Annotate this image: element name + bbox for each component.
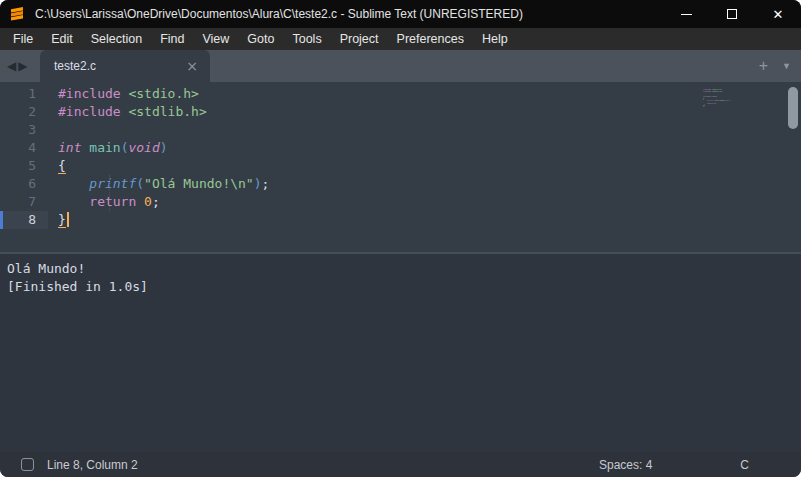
menu-item-find[interactable]: Find [151, 28, 193, 50]
menu-item-preferences[interactable]: Preferences [388, 28, 473, 50]
close-icon: ✕ [773, 8, 784, 21]
status-bar: Line 8, Column 2 Spaces: 4 C [0, 452, 801, 477]
output-line: [Finished in 1.0s] [7, 278, 801, 296]
menu-item-goto[interactable]: Goto [238, 28, 283, 50]
tab-nav-forward-icon[interactable]: ▶ [18, 60, 27, 72]
line-number: 6 [0, 175, 48, 193]
line-number: 2 [0, 103, 48, 121]
tab-nav-back-icon[interactable]: ◀ [7, 60, 16, 72]
code-line[interactable]: { [58, 157, 801, 175]
line-number: 1 [0, 85, 48, 103]
menu-item-edit[interactable]: Edit [42, 28, 82, 50]
syntax-indicator[interactable]: C [740, 458, 749, 472]
menu-item-help[interactable]: Help [473, 28, 517, 50]
build-output-panel[interactable]: Olá Mundo! [Finished in 1.0s] [0, 254, 801, 452]
maximize-button[interactable] [709, 0, 755, 28]
code-line[interactable]: int main(void) [58, 139, 801, 157]
minimap[interactable]: #include <stdio.h>#include <stdlib.h>int… [703, 88, 739, 248]
tab-close-icon[interactable]: × [186, 59, 198, 73]
code-line[interactable]: } [58, 211, 801, 229]
code-column[interactable]: #include <stdio.h>#include <stdlib.h>int… [48, 82, 801, 252]
scrollbar[interactable] [788, 87, 798, 129]
line-number: 8 [0, 211, 48, 229]
window-title: C:\Users\Larissa\OneDrive\Documentos\Alu… [35, 7, 523, 21]
code-line[interactable]: #include <stdio.h> [58, 85, 801, 103]
editor-area[interactable]: 12345678 #include <stdio.h>#include <std… [0, 82, 801, 252]
sublime-window: C:\Users\Larissa\OneDrive\Documentos\Alu… [0, 0, 801, 477]
code-line: #include <stdlib.h> [703, 90, 708, 92]
line-number: 5 [0, 157, 48, 175]
gutter: 12345678 [0, 82, 48, 252]
menu-item-tools[interactable]: Tools [283, 28, 330, 50]
indent-indicator[interactable]: Spaces: 4 [599, 458, 652, 472]
text-cursor [67, 212, 69, 227]
output-line: Olá Mundo! [7, 260, 801, 278]
code-line[interactable]: return 0; [58, 193, 801, 211]
code-line[interactable]: printf("Olá Mundo!\n"); [58, 175, 801, 193]
close-button[interactable]: ✕ [755, 0, 801, 28]
menu-item-selection[interactable]: Selection [82, 28, 151, 50]
indent-guide [109, 175, 110, 211]
tab-bar: ◀ ▶ teste2.c × + ▼ [0, 50, 801, 82]
line-number: 3 [0, 121, 48, 139]
code-lines: #include <stdio.h>#include <stdlib.h>int… [703, 88, 708, 107]
menu-bar: File Edit Selection Find View Goto Tools… [0, 28, 801, 50]
maximize-icon [727, 9, 737, 19]
code-line[interactable]: #include <stdlib.h> [58, 103, 801, 121]
code-line[interactable] [58, 121, 801, 139]
line-number: 4 [0, 139, 48, 157]
tab-teste2[interactable]: teste2.c × [40, 50, 210, 82]
sublime-logo-icon [9, 6, 25, 22]
code-line: } [703, 104, 708, 106]
tab-overflow-icon[interactable]: ▼ [782, 62, 791, 71]
menu-item-file[interactable]: File [4, 28, 42, 50]
cursor-position[interactable]: Line 8, Column 2 [47, 458, 138, 472]
panel-toggle-icon[interactable] [21, 458, 34, 471]
new-tab-icon[interactable]: + [759, 58, 768, 74]
code-lines: #include <stdio.h>#include <stdlib.h>int… [58, 85, 801, 229]
minimize-button[interactable] [663, 0, 709, 28]
line-number: 7 [0, 193, 48, 211]
tab-label: teste2.c [54, 59, 186, 73]
minimize-icon [681, 14, 692, 15]
menu-item-project[interactable]: Project [331, 28, 388, 50]
title-bar: C:\Users\Larissa\OneDrive\Documentos\Alu… [0, 0, 801, 28]
menu-item-view[interactable]: View [193, 28, 238, 50]
